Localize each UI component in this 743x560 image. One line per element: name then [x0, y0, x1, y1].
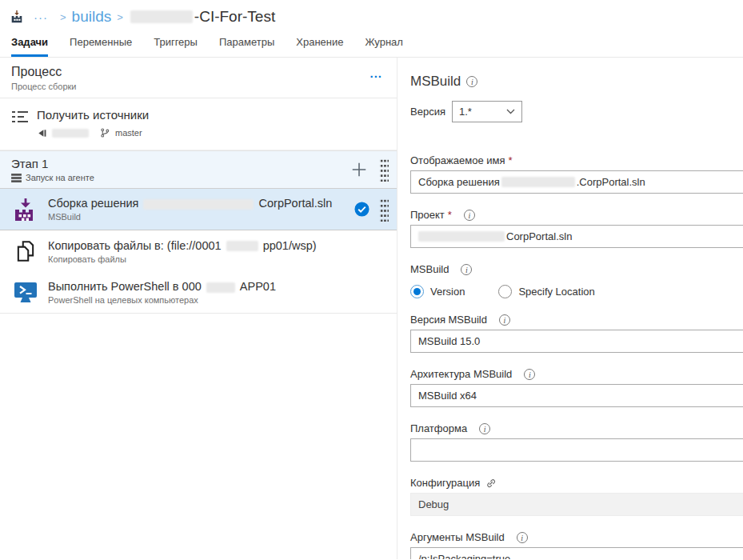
- task-subtitle: PowerShell на целевых компьютерах: [48, 295, 389, 305]
- branch-icon: [100, 127, 110, 138]
- display-name-label: Отображаемое имя: [410, 154, 505, 166]
- required-marker: *: [508, 154, 512, 166]
- breadcrumb-separator: >: [60, 11, 66, 23]
- tab-history[interactable]: Журнал: [365, 36, 402, 57]
- required-marker: *: [448, 209, 452, 221]
- phase-title: Этап 1: [11, 157, 94, 170]
- task-version-select[interactable]: 1.*: [452, 101, 522, 122]
- project-input[interactable]: CorpPortal.sln: [410, 225, 743, 248]
- task-title: Сборка решения CorpPortal.sln: [48, 197, 354, 210]
- breadcrumb-definition-name: -CI-For-Test: [129, 8, 275, 26]
- msbuild-version-label: Версия MSBuild: [410, 314, 487, 326]
- msbuild-architecture-label: Архитектура MSBuild: [410, 368, 512, 380]
- configuration-label: Конфигурация: [410, 477, 480, 489]
- info-icon[interactable]: [464, 210, 475, 221]
- phase-subtitle: Запуск на агенте: [26, 173, 94, 182]
- process-subtitle: Процесс сборки: [11, 82, 77, 91]
- get-sources-icon: [11, 110, 29, 124]
- powershell-task-icon: [14, 282, 38, 304]
- drag-handle[interactable]: [379, 198, 389, 222]
- pipeline-task-list: Процесс Процесс сборки ... Получить исто…: [0, 58, 397, 559]
- msbuild-architecture-input[interactable]: MSBuild x64: [410, 384, 743, 407]
- tab-triggers[interactable]: Триггеры: [154, 36, 198, 57]
- tfvc-repo-icon: [37, 128, 47, 138]
- task-subtitle: MSBuild: [48, 212, 354, 222]
- display-name-input[interactable]: Сборка решения .CorpPortal.sln: [410, 170, 743, 194]
- platform-label: Платформа: [410, 422, 467, 434]
- msbuild-arguments-input[interactable]: /p:IsPackaging=true: [410, 547, 743, 559]
- breadcrumb: ··· > builds > -CI-For-Test: [0, 0, 743, 34]
- tab-tasks[interactable]: Задачи: [11, 36, 48, 57]
- task-settings-panel: MSBuild Версия 1.* Отображаемое имя * Сб…: [397, 58, 743, 559]
- task-item-powershell[interactable]: Выполнить PowerShell в 000 APP01 PowerSh…: [0, 272, 397, 314]
- add-task-button[interactable]: [350, 161, 368, 178]
- phase-header[interactable]: Этап 1 Запуск на агенте: [0, 150, 397, 189]
- task-item-msbuild[interactable]: Сборка решения CorpPortal.sln MSBuild: [0, 189, 397, 230]
- tab-retention[interactable]: Хранение: [296, 36, 343, 57]
- linked-setting-icon[interactable]: [485, 478, 497, 489]
- agent-icon: [11, 174, 22, 182]
- info-icon[interactable]: [499, 314, 510, 326]
- drag-handle[interactable]: [379, 158, 389, 182]
- process-title: Процесс: [11, 65, 77, 79]
- info-icon[interactable]: [524, 369, 535, 380]
- info-icon[interactable]: [466, 76, 477, 87]
- task-title: Копировать файлы в: (file://0001 pp01/ws…: [48, 239, 389, 252]
- redacted-text: [130, 10, 193, 23]
- task-version-value: 1.*: [459, 106, 472, 118]
- process-menu-button[interactable]: ...: [366, 65, 385, 82]
- msbuild-version-input[interactable]: MSBuild 15.0: [410, 330, 743, 353]
- task-settings-title: MSBuild: [410, 74, 461, 90]
- redacted-text: [143, 199, 254, 210]
- msbuild-task-icon: [12, 196, 39, 223]
- process-header[interactable]: Процесс Процесс сборки ...: [0, 58, 397, 98]
- task-title: Выполнить PowerShell в 000 APP01: [48, 280, 389, 293]
- chevron-down-icon: [506, 109, 515, 114]
- get-sources-item[interactable]: Получить источники master: [0, 98, 397, 150]
- build-hub-icon: [10, 10, 24, 24]
- info-icon[interactable]: [461, 264, 472, 275]
- breadcrumb-ellipsis-button[interactable]: ···: [34, 10, 48, 24]
- radio-version[interactable]: Version: [410, 285, 465, 298]
- info-icon[interactable]: [479, 423, 490, 434]
- radio-circle: [498, 285, 512, 298]
- task-subtitle: Копировать файлы: [48, 254, 389, 264]
- redacted-text: [206, 282, 235, 293]
- tab-options[interactable]: Параметры: [219, 36, 274, 57]
- copy-files-task-icon: [15, 240, 36, 262]
- get-sources-title: Получить источники: [37, 108, 149, 122]
- redacted-text: [418, 231, 505, 242]
- project-label: Проект: [410, 209, 445, 221]
- version-label: Версия: [410, 106, 445, 118]
- msbuild-arguments-label: Аргументы MSBuild: [410, 531, 505, 543]
- redacted-text: [52, 129, 89, 138]
- radio-specify-location[interactable]: Specify Location: [498, 285, 594, 298]
- platform-input[interactable]: [410, 438, 743, 462]
- tab-bar: Задачи Переменные Триггеры Параметры Хра…: [0, 34, 743, 58]
- info-icon[interactable]: [517, 532, 528, 543]
- msbuild-group-label: MSBuild: [410, 263, 449, 275]
- task-item-copy-files[interactable]: Копировать файлы в: (file://0001 pp01/ws…: [0, 230, 397, 272]
- configuration-input: Debug: [410, 493, 743, 516]
- tab-variables[interactable]: Переменные: [70, 36, 132, 57]
- redacted-text: [226, 241, 258, 251]
- task-enabled-check-icon[interactable]: [354, 202, 370, 217]
- redacted-text: [501, 177, 575, 187]
- breadcrumb-separator: >: [117, 11, 123, 23]
- breadcrumb-builds-link[interactable]: builds: [72, 8, 112, 26]
- radio-circle: [410, 285, 424, 298]
- branch-name: master: [115, 128, 142, 138]
